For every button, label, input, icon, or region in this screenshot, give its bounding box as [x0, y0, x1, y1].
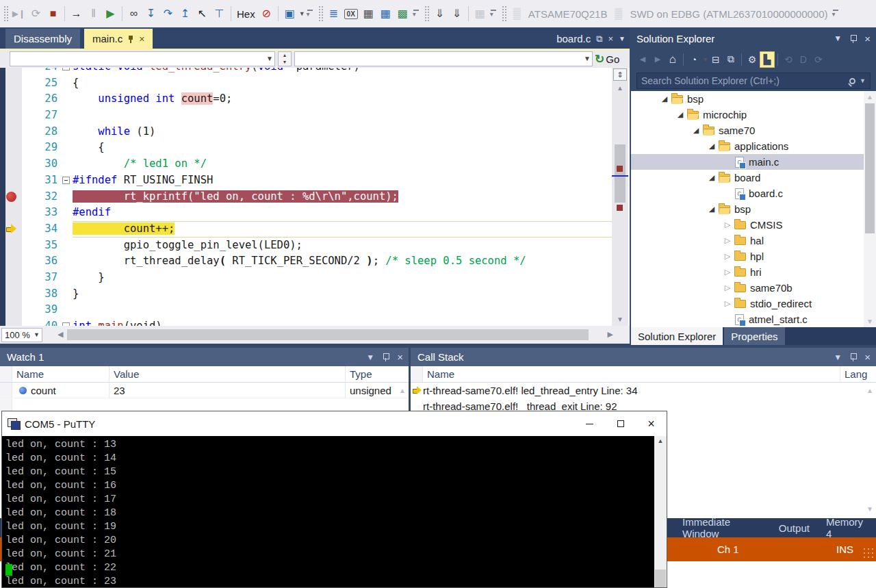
- fold-gutter[interactable]: [62, 221, 73, 238]
- disable-breakpoints-icon[interactable]: ⊘: [258, 4, 275, 23]
- call-stack-frame[interactable]: rt-thread-same70.elf! led_thread_entry L…: [411, 383, 876, 398]
- fold-gutter[interactable]: [62, 205, 73, 221]
- expanded-icon[interactable]: ◢: [691, 126, 701, 135]
- collapsed-icon[interactable]: ▷: [723, 299, 732, 308]
- tab-disassembly[interactable]: Disassembly: [5, 29, 80, 49]
- column-header-language[interactable]: Lang: [840, 366, 876, 382]
- tab-solution-explorer[interactable]: Solution Explorer: [631, 327, 723, 345]
- fold-gutter[interactable]: [62, 107, 73, 124]
- tree-item-same70[interactable]: ◢same70: [631, 123, 876, 138]
- nav-spinner[interactable]: ▲▼: [278, 51, 292, 66]
- glyph-margin[interactable]: [0, 205, 22, 221]
- code-line[interactable]: 35 gpio_toggle_pin_level(LED0);: [0, 238, 612, 254]
- tree-item-bsp[interactable]: ◢bsp: [631, 91, 876, 107]
- step-over-icon[interactable]: ↷: [159, 4, 177, 23]
- pin-icon[interactable]: [850, 34, 856, 43]
- spin-down-icon[interactable]: ▼: [279, 59, 291, 66]
- tree-item-atmel_start-c[interactable]: Catmel_start.c: [631, 311, 876, 327]
- code-line[interactable]: 37 }: [0, 270, 612, 286]
- collapsed-icon[interactable]: ▷: [723, 220, 732, 229]
- putty-titlebar[interactable]: COM5 - PuTTY ×: [2, 411, 667, 436]
- glyph-margin[interactable]: [0, 124, 22, 140]
- fold-gutter[interactable]: [62, 172, 73, 189]
- toolbar-grip[interactable]: [424, 5, 429, 22]
- sync-selection-icon[interactable]: ⧉: [723, 51, 738, 68]
- hex-view-icon[interactable]: 0X: [344, 9, 358, 19]
- call-stack-titlebar[interactable]: Call Stack ▼ ×: [411, 348, 876, 366]
- code-line[interactable]: 36 rt_thread_delay( RT_TICK_PER_SECOND/2…: [0, 253, 612, 270]
- fold-gutter[interactable]: [62, 302, 73, 318]
- resize-grip[interactable]: [862, 547, 875, 559]
- code-line[interactable]: 34 count++;: [0, 221, 612, 238]
- glyph-margin[interactable]: [0, 286, 22, 303]
- maximize-button[interactable]: [605, 411, 636, 436]
- cursor-arrow-icon[interactable]: ↖: [194, 4, 211, 23]
- read-device-icon[interactable]: ⇓: [448, 4, 465, 23]
- search-input[interactable]: Search Solution Explorer (Ctrl+;) ▼: [636, 73, 871, 89]
- glyph-margin[interactable]: [0, 172, 22, 189]
- scroll-up-icon[interactable]: ▲: [866, 387, 873, 394]
- close-button[interactable]: ×: [636, 411, 667, 436]
- screen-capture-icon[interactable]: ▩: [394, 4, 411, 23]
- tree-item-hpl[interactable]: ▷hpl: [631, 248, 876, 264]
- code-editor[interactable]: 24static void led_thread_entry(void *par…: [0, 68, 630, 326]
- fold-gutter[interactable]: [62, 318, 73, 326]
- collapse-icon[interactable]: [62, 68, 70, 71]
- tree-item-hri[interactable]: ▷hri: [631, 264, 876, 280]
- search-icon[interactable]: [849, 78, 855, 84]
- collapsed-icon[interactable]: ▷: [723, 268, 732, 277]
- editor-horizontal-scrollbar[interactable]: ◀ ▶: [57, 328, 613, 342]
- code-line[interactable]: 40int main(void): [0, 318, 612, 326]
- toolbar-grip[interactable]: [502, 5, 506, 22]
- scrollbar-thumb[interactable]: [655, 570, 666, 587]
- tree-item-bsp[interactable]: ◢bsp: [631, 201, 876, 217]
- tab-immediate-window[interactable]: Immediate Window: [674, 516, 771, 539]
- collapse-icon[interactable]: [62, 177, 70, 184]
- scroll-left-icon[interactable]: ◀: [57, 330, 63, 339]
- toolbar-grip[interactable]: [318, 5, 323, 22]
- pending-filter-icon[interactable]: ◔: [686, 51, 701, 68]
- toolbar-overflow-icon[interactable]: [832, 5, 840, 23]
- close-icon[interactable]: ×: [864, 33, 871, 44]
- code-line[interactable]: 29 {: [0, 140, 612, 156]
- hex-toggle-button[interactable]: Hex: [234, 8, 258, 20]
- glyph-margin[interactable]: [0, 68, 22, 75]
- close-icon[interactable]: ×: [397, 351, 403, 363]
- glyph-margin[interactable]: [0, 107, 22, 124]
- column-header-name[interactable]: Name: [12, 366, 110, 382]
- chevron-down-icon[interactable]: ▼: [619, 35, 626, 42]
- fold-gutter[interactable]: [62, 124, 73, 140]
- pin-icon[interactable]: [850, 353, 856, 361]
- disassembly-view-icon[interactable]: ≣: [325, 4, 342, 23]
- properties-icon[interactable]: ⚙: [745, 51, 760, 68]
- collapsed-icon[interactable]: ▷: [723, 252, 732, 261]
- scroll-right-icon[interactable]: ▶: [608, 330, 613, 339]
- scrollbar-thumb[interactable]: [67, 329, 589, 340]
- chevron-down-icon[interactable]: ▼: [860, 77, 866, 84]
- fold-gutter[interactable]: [62, 189, 73, 205]
- glyph-margin[interactable]: [0, 75, 22, 92]
- step-into-icon[interactable]: ↧: [142, 4, 159, 23]
- fold-gutter[interactable]: [62, 270, 73, 286]
- close-icon[interactable]: ×: [139, 34, 144, 44]
- glyph-margin[interactable]: [0, 91, 22, 107]
- expanded-icon[interactable]: ◢: [707, 173, 717, 182]
- close-icon[interactable]: ×: [864, 351, 871, 363]
- go-button[interactable]: ↻ Go: [595, 50, 619, 68]
- program-device-icon[interactable]: ⇓: [431, 4, 448, 23]
- tree-item-applications[interactable]: ◢applications: [631, 138, 876, 154]
- chevron-down-icon[interactable]: ▼: [702, 56, 708, 63]
- scrollbar-thumb[interactable]: [865, 103, 875, 233]
- scroll-up-icon[interactable]: ▲: [864, 93, 876, 101]
- glyph-margin[interactable]: [0, 270, 22, 286]
- scroll-down-icon[interactable]: ▼: [864, 318, 876, 325]
- code-line[interactable]: 39: [0, 302, 612, 318]
- zoom-level-dropdown[interactable]: 100 %▼: [1, 328, 42, 342]
- tab-memory-4[interactable]: Memory 4: [818, 516, 876, 539]
- fold-gutter[interactable]: [62, 75, 73, 92]
- tree-item-CMSIS[interactable]: ▷CMSIS: [631, 217, 876, 233]
- toolbar-grip[interactable]: [3, 5, 8, 22]
- tree-item-stdio_redirect[interactable]: ▷stdio_redirect: [631, 296, 876, 311]
- pin-icon[interactable]: [127, 35, 134, 43]
- watch-value[interactable]: 23: [110, 383, 346, 398]
